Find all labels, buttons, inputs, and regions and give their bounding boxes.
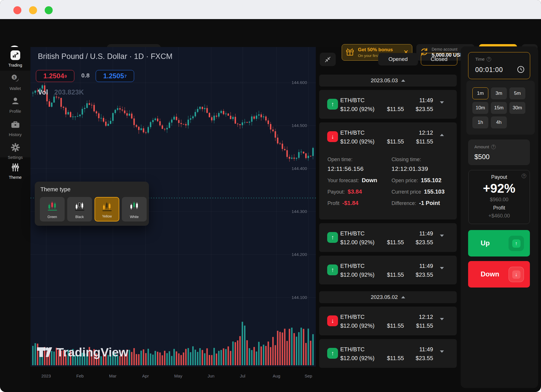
down-button[interactable]: Down ↓ (468, 261, 530, 288)
trade-row[interactable]: ↑ ETH/BTC $12.00 (92%) $11.55 11:49 $23.… (319, 256, 457, 284)
trade-stake: $12.00 (92%) (340, 138, 374, 145)
app-window: m MEREHEAD AUDCAD Get 50% bonus On your … (0, 0, 541, 392)
up-arrow-icon: ↑ (509, 236, 524, 251)
amount-input[interactable]: Amount? $500 (468, 139, 530, 165)
spread-value: 0.8 (79, 72, 92, 79)
app-header: m MEREHEAD AUDCAD Get 50% bonus On your … (0, 19, 541, 47)
chevron-down-icon[interactable] (440, 235, 444, 237)
duration-30m[interactable]: 30m (509, 102, 525, 114)
gear-icon (10, 149, 21, 153)
payout-percent: +92% (469, 181, 530, 196)
clock-icon[interactable] (517, 65, 525, 73)
trade-detail-row: Your forecast:Down (327, 177, 392, 184)
trade-fee: $11.55 (387, 239, 404, 246)
trade-pair: ETH/BTC (340, 263, 365, 269)
collapse-panel-button[interactable] (320, 53, 336, 66)
duration-1h[interactable]: 1h (472, 116, 488, 128)
chart-title: British Pound / U.S. Dollar · 1D · FXCM (38, 52, 173, 61)
payout-label: Payout (469, 174, 530, 180)
help-icon[interactable]: ? (491, 145, 496, 149)
duration-3m[interactable]: 3m (491, 87, 507, 99)
down-arrow-icon: ↓ (509, 267, 524, 282)
tab-closed[interactable]: Closed (421, 53, 457, 65)
trade-stake: $12.00 (92%) (340, 355, 374, 362)
trade-row[interactable]: ↑ ETH/BTC $12.00 (92%) $11.55 11:49 $23.… (319, 223, 457, 252)
duration-group: 1m3m5m10m15m30m1h4h (466, 81, 535, 135)
chevron-down-icon[interactable] (440, 350, 444, 353)
duration-4h[interactable]: 4h (491, 116, 507, 128)
price-axis-label: 144.100 (292, 295, 313, 300)
trade-details: Open time:12:11:56.156Your forecast:Down… (327, 157, 452, 206)
trade-result: $23.55 (405, 272, 433, 278)
duration-15m[interactable]: 15m (491, 102, 507, 114)
sidebar-item-profile[interactable]: Profile (0, 96, 30, 114)
sidebar-item-settings[interactable]: Settings (0, 142, 30, 160)
trade-group-header[interactable]: 2023.05.02 (319, 291, 457, 303)
trade-time: 11:49 (405, 263, 433, 269)
date-axis-label: Apr (142, 373, 149, 378)
chevron-up-icon[interactable] (440, 134, 444, 136)
close-window-button[interactable] (13, 6, 21, 14)
time-input[interactable]: Time? 00:01:00 (468, 52, 530, 79)
help-icon[interactable]: ? (487, 57, 491, 61)
trade-pair: ETH/BTC (340, 230, 365, 237)
trade-detail-row: Payout:$3.84 (327, 188, 392, 195)
trade-detail-row: Current price155.103 (392, 188, 452, 195)
sidebar-item-trading[interactable]: Trading (0, 50, 30, 67)
sidebar-item-theme[interactable]: Theme (0, 162, 30, 180)
minimize-window-button[interactable] (29, 6, 37, 14)
theme-option-yellow[interactable]: Yellow (95, 197, 119, 221)
up-arrow-icon: ↑ (327, 348, 338, 359)
bid-price-box[interactable]: 1.25049 (36, 70, 74, 82)
trade-time: 12:12 (405, 130, 433, 136)
trade-row[interactable]: ↑ ETH/BTC $12.00 (92%) $11.55 11:49 $23.… (319, 339, 457, 368)
up-button[interactable]: Up ↑ (468, 230, 530, 256)
date-axis-label: May (174, 373, 182, 378)
tradingview-watermark: TradingView (36, 345, 128, 359)
price-axis-label: 144.400 (292, 166, 313, 171)
sidebar-nav: Trading$WalletProfileHistorySettingsThem… (0, 47, 30, 392)
chevron-down-icon[interactable] (440, 267, 444, 269)
trade-row[interactable]: ↓ ETH/BTC $12.00 (92%) $11.55 12:12 $11.… (319, 122, 457, 219)
duration-10m[interactable]: 10m (472, 102, 488, 114)
trade-time: 12:12 (405, 314, 433, 320)
zoom-window-button[interactable] (45, 6, 53, 14)
trade-result: $23.55 (405, 239, 433, 246)
trade-detail-row: Open price:155.102 (392, 177, 452, 184)
chevron-up-icon (401, 296, 405, 298)
trade-result: $23.55 (405, 355, 433, 362)
candles-icon (47, 201, 58, 211)
profit-value: +$460.00 (469, 213, 530, 219)
help-icon[interactable]: ? (522, 174, 526, 178)
chevron-down-icon[interactable] (440, 318, 444, 320)
candles-icon (74, 201, 85, 211)
duration-5m[interactable]: 5m (509, 87, 525, 99)
trade-stake: $12.00 (92%) (340, 272, 374, 278)
duration-1m[interactable]: 1m (472, 87, 488, 99)
theme-option-black[interactable]: Black (67, 197, 92, 221)
theme-option-white[interactable]: White (122, 197, 147, 221)
amount-value: $500 (474, 153, 489, 161)
trade-time: 11:49 (405, 97, 433, 104)
trade-stake: $12.00 (92%) (340, 106, 374, 112)
date-axis-label: Jul (240, 373, 245, 378)
trade-time: 11:49 (405, 346, 433, 353)
sidebar-item-history[interactable]: History (0, 120, 30, 137)
chevron-down-icon[interactable] (440, 101, 444, 104)
ask-price-box[interactable]: 1.25057 (96, 70, 134, 82)
trade-time: 11:49 (405, 230, 433, 237)
time-value: 00:01:00 (475, 66, 503, 74)
date-axis-label: Aug (273, 373, 280, 378)
trade-row[interactable]: ↓ ETH/BTC $12.00 (92%) $11.55 12:12 $11.… (319, 307, 457, 335)
sliders-icon (10, 169, 21, 173)
trade-group-header[interactable]: 2023.05.03 (319, 75, 457, 87)
order-controls-panel: Time? 00:01:00 1m3m5m10m15m30m1h4h Amoun… (461, 46, 538, 388)
trade-row[interactable]: ↑ ETH/BTC $12.00 (92%) $11.55 11:49 $23.… (319, 90, 457, 119)
trade-result: $23.55 (405, 106, 433, 112)
theme-option-green[interactable]: Green (40, 197, 65, 221)
up-arrow-icon: ↑ (327, 264, 338, 275)
tab-opened[interactable]: Opened (378, 53, 418, 65)
sidebar-item-wallet[interactable]: $Wallet (0, 73, 30, 91)
trade-pair: ETH/BTC (340, 97, 365, 104)
bonus-title: Get 50% bonus (358, 47, 393, 53)
